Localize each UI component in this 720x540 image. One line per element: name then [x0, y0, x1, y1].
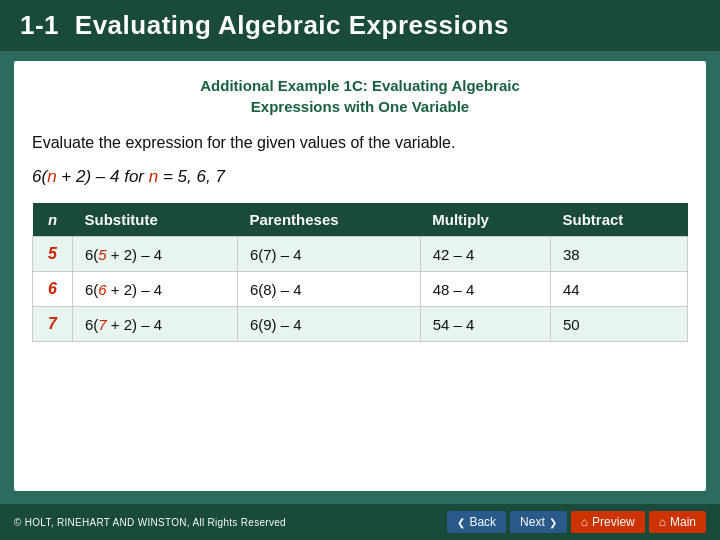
bottom-bar: © HOLT, RINEHART AND WINSTON, All Rights…: [0, 504, 720, 540]
cell-n-6: 6: [33, 272, 73, 307]
cell-sub-6: 6(6 + 2) – 4: [73, 272, 238, 307]
back-label: Back: [469, 515, 496, 529]
page-title: Evaluating Algebraic Expressions: [75, 10, 509, 40]
cell-mul-7: 54 – 4: [420, 307, 550, 342]
next-icon: [549, 515, 557, 529]
col-header-n: n: [33, 203, 73, 237]
main-button[interactable]: Main: [649, 511, 706, 533]
cell-n-7: 7: [33, 307, 73, 342]
content-area: Additional Example 1C: Evaluating Algebr…: [14, 61, 706, 491]
main-icon: [659, 515, 666, 529]
page-header: 1-1 Evaluating Algebraic Expressions: [0, 0, 720, 51]
table-row: 7 6(7 + 2) – 4 6(9) – 4 54 – 4 50: [33, 307, 688, 342]
cell-sub-7: 6(7 + 2) – 4: [73, 307, 238, 342]
cell-par-6: 6(8) – 4: [237, 272, 420, 307]
preview-icon: [581, 515, 588, 529]
cell-par-7: 6(9) – 4: [237, 307, 420, 342]
cell-sub-result-6: 44: [550, 272, 687, 307]
back-button[interactable]: Back: [447, 511, 506, 533]
nav-buttons: Back Next Preview Main: [447, 511, 706, 533]
expression-text: 6(n + 2) – 4 for n = 5, 6, 7: [32, 167, 688, 187]
table-row: 5 6(5 + 2) – 4 6(7) – 4 42 – 4 38: [33, 237, 688, 272]
cell-sub-result-7: 50: [550, 307, 687, 342]
preview-label: Preview: [592, 515, 635, 529]
cell-sub-result-5: 38: [550, 237, 687, 272]
col-header-parentheses: Parentheses: [237, 203, 420, 237]
copyright-text: © HOLT, RINEHART AND WINSTON, All Rights…: [14, 517, 286, 528]
cell-n-5: 5: [33, 237, 73, 272]
next-button[interactable]: Next: [510, 511, 567, 533]
col-header-substitute: Substitute: [73, 203, 238, 237]
example-subtitle: Additional Example 1C: Evaluating Algebr…: [32, 75, 688, 117]
col-header-subtract: Subtract: [550, 203, 687, 237]
table-row: 6 6(6 + 2) – 4 6(8) – 4 48 – 4 44: [33, 272, 688, 307]
cell-sub-5: 6(5 + 2) – 4: [73, 237, 238, 272]
main-label: Main: [670, 515, 696, 529]
preview-button[interactable]: Preview: [571, 511, 645, 533]
col-header-multiply: Multiply: [420, 203, 550, 237]
evaluation-table: n Substitute Parentheses Multiply Subtra…: [32, 203, 688, 342]
cell-par-5: 6(7) – 4: [237, 237, 420, 272]
lesson-number: 1-1: [20, 10, 59, 40]
subtitle-line2: Expressions with One Variable: [32, 96, 688, 117]
cell-mul-6: 48 – 4: [420, 272, 550, 307]
instruction-text: Evaluate the expression for the given va…: [32, 131, 688, 155]
back-icon: [457, 515, 465, 529]
cell-mul-5: 42 – 4: [420, 237, 550, 272]
subtitle-line1: Additional Example 1C: Evaluating Algebr…: [32, 75, 688, 96]
next-label: Next: [520, 515, 545, 529]
